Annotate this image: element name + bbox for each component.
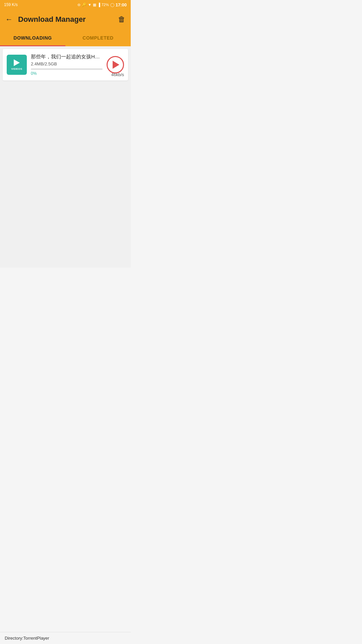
tab-downloading[interactable]: DOWNLOADING bbox=[0, 30, 65, 46]
do-not-disturb-icon: ⊖ bbox=[77, 3, 80, 7]
play-icon bbox=[14, 59, 20, 66]
file-size: 2.4MB/2.5GB bbox=[31, 61, 103, 66]
status-speed: 159 K/s bbox=[4, 2, 18, 7]
tab-completed[interactable]: COMPLETED bbox=[65, 30, 131, 46]
play-pause-button[interactable] bbox=[107, 56, 124, 73]
status-icons: ⊖ 🔑 ▼ ▦ ▐ 72% ◯ 17:00 bbox=[77, 2, 127, 7]
download-speed: 46kb/s bbox=[111, 72, 124, 77]
file-name: 那些年，我们一起追的女孩HD1080.mkv bbox=[31, 54, 103, 60]
file-info: 那些年，我们一起追的女孩HD1080.mkv 2.4MB/2.5GB 0% bbox=[31, 54, 103, 76]
file-type-icon: VIDEOS bbox=[7, 55, 27, 75]
app-bar: ← Download Manager 🗑 bbox=[0, 9, 131, 30]
content-area: VIDEOS 那些年，我们一起追的女孩HD1080.mkv 2.4MB/2.5G… bbox=[0, 46, 131, 268]
signal-off-icon: ▦ bbox=[93, 3, 96, 7]
play-triangle-icon bbox=[113, 61, 119, 69]
tabs-bar: DOWNLOADING COMPLETED bbox=[0, 30, 131, 46]
wifi-icon: ▼ bbox=[88, 3, 92, 7]
progress-percent: 0% bbox=[31, 71, 103, 76]
status-time: 17:00 bbox=[116, 2, 127, 7]
video-label: VIDEOS bbox=[11, 67, 22, 70]
vpn-key-icon: 🔑 bbox=[82, 3, 86, 7]
battery-icon: ◯ bbox=[110, 3, 114, 7]
download-item: VIDEOS 那些年，我们一起追的女孩HD1080.mkv 2.4MB/2.5G… bbox=[3, 49, 128, 80]
progress-bar-track bbox=[31, 68, 103, 70]
delete-button[interactable]: 🗑 bbox=[118, 15, 125, 24]
battery-percent: 72% bbox=[102, 3, 109, 7]
status-bar: 159 K/s ⊖ 🔑 ▼ ▦ ▐ 72% ◯ 17:00 bbox=[0, 0, 131, 9]
page-title: Download Manager bbox=[18, 15, 113, 24]
back-button[interactable]: ← bbox=[5, 16, 13, 23]
signal-icon: ▐ bbox=[98, 3, 100, 7]
